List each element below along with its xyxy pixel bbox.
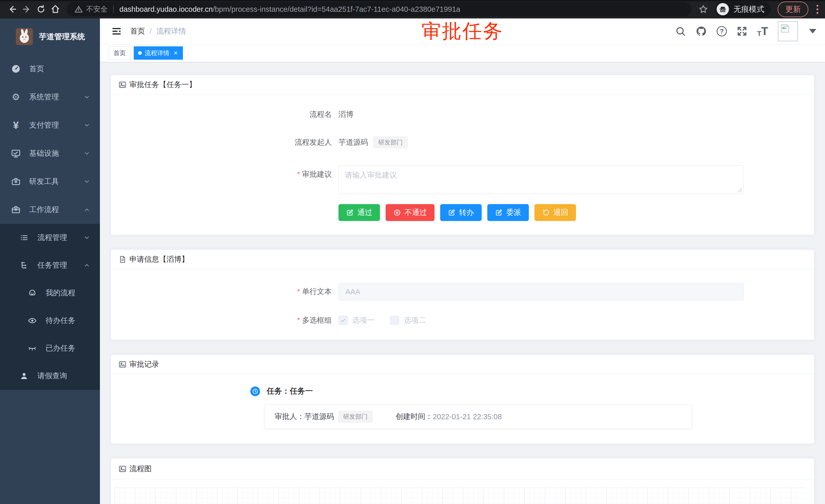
- font-size-button[interactable]: TT: [757, 26, 768, 37]
- sidebar-item-label: 待办任务: [46, 316, 75, 326]
- picture-icon: [118, 80, 127, 89]
- document-icon: [118, 255, 127, 264]
- tag-label: 流程详情: [145, 49, 169, 57]
- button-label: 退回: [553, 207, 568, 218]
- textarea-resize-grip[interactable]: [738, 188, 742, 192]
- yen-icon: ¥: [10, 120, 21, 131]
- chevron-up-icon: [83, 262, 90, 269]
- sidebar-item-label: 研发工具: [29, 176, 59, 187]
- created-label: 创建时间：: [395, 412, 433, 422]
- button-label: 委派: [506, 207, 521, 218]
- sidebar-item-todo-tasks[interactable]: 待办任务: [0, 307, 100, 334]
- sidebar-item-label: 任务管理: [38, 260, 67, 270]
- search-button[interactable]: [675, 26, 686, 36]
- github-button[interactable]: [696, 26, 707, 37]
- star-icon: [698, 4, 708, 14]
- sidebar-item-my-process[interactable]: 我的流程: [0, 279, 100, 307]
- security-label: 不安全: [86, 4, 107, 14]
- card-title: 审批记录: [129, 359, 159, 369]
- sidebar-item-leave-query[interactable]: 请假查询: [0, 362, 100, 390]
- home-icon: [51, 4, 60, 14]
- picture-icon: [118, 465, 127, 473]
- url-host: dashboard.yudao.iocoder.cn: [120, 5, 213, 13]
- breadcrumb-home[interactable]: 首页: [130, 26, 145, 36]
- browser-back-button[interactable]: [5, 2, 19, 16]
- forward-arrow-icon: [22, 4, 31, 14]
- tree-icon: [18, 260, 30, 270]
- transfer-button[interactable]: 转办: [440, 204, 482, 221]
- reload-icon: [36, 4, 46, 14]
- bpmn-diagram-canvas[interactable]: [115, 488, 805, 504]
- checkbox-option-two: 选项二: [390, 315, 426, 326]
- chevron-down-icon: [83, 178, 90, 185]
- browser-forward-button[interactable]: [19, 2, 34, 16]
- task-title: 任务：任务一: [267, 386, 313, 397]
- sidebar: 芋道管理系统 首页 ⚙ 系统管理 ¥ 支付管理 基础设施: [0, 18, 100, 504]
- card-header: 流程图: [111, 458, 814, 480]
- user-avatar[interactable]: [778, 21, 798, 41]
- breadcrumb-current: 流程详情: [156, 26, 186, 36]
- suggestion-label-wrap: *审批建议: [111, 165, 339, 179]
- url-text: dashboard.yudao.iocoder.cn/bpm/process-i…: [120, 5, 460, 14]
- help-button[interactable]: ?: [717, 26, 727, 36]
- checkbox-label: 选项一: [352, 315, 375, 326]
- checkbox-group-label: 多选框组: [302, 316, 332, 324]
- approval-suggestion-textarea[interactable]: [339, 165, 744, 194]
- delegate-button[interactable]: 委派: [487, 204, 529, 221]
- avatar-caret-icon[interactable]: [809, 29, 816, 33]
- hamburger-indent-icon: [111, 26, 122, 36]
- initiator-value: 芋道源码: [339, 137, 368, 148]
- application-info-card: 申请信息【滔博】 *单行文本 AAA *多选框组: [111, 249, 814, 340]
- single-line-text-label-wrap: *单行文本: [111, 286, 339, 297]
- browser-home-button[interactable]: [48, 2, 63, 16]
- sidebar-item-payment[interactable]: ¥ 支付管理: [0, 111, 100, 139]
- required-mark: *: [297, 287, 300, 296]
- app-title: 芋道管理系统: [39, 31, 85, 42]
- checkbox-group: 选项一 选项二: [339, 315, 426, 326]
- sidebar-item-dev-tools[interactable]: 研发工具: [0, 167, 100, 196]
- address-bar[interactable]: 不安全 dashboard.yudao.iocoder.cn/bpm/proce…: [67, 2, 691, 16]
- card-header: 审批记录: [111, 355, 814, 374]
- clock-icon: [250, 387, 260, 396]
- gear-icon: ⚙: [10, 92, 21, 102]
- edit-icon: [495, 209, 503, 217]
- browser-reload-button[interactable]: [34, 2, 48, 16]
- font-size-small-glyph: T: [757, 30, 761, 37]
- bookmark-star-button[interactable]: [698, 4, 708, 14]
- browser-menu-button[interactable]: [815, 4, 820, 15]
- browser-update-button[interactable]: 更新: [777, 2, 808, 17]
- sidebar-item-system[interactable]: ⚙ 系统管理: [0, 83, 100, 111]
- sidebar-item-home[interactable]: 首页: [0, 55, 100, 83]
- sidebar-item-process-management[interactable]: 流程管理: [0, 224, 100, 251]
- sidebar-item-label: 已办任务: [46, 343, 75, 353]
- security-chip[interactable]: 不安全: [74, 4, 107, 14]
- tag-close-icon[interactable]: [173, 50, 178, 56]
- edit-icon: [346, 209, 354, 217]
- tag-process-detail[interactable]: 流程详情: [134, 47, 183, 60]
- process-name-row: 流程名 滔博: [111, 109, 814, 119]
- sidebar-collapse-button[interactable]: [108, 23, 125, 39]
- sidebar-item-done-tasks[interactable]: 已办任务: [0, 334, 100, 362]
- list-icon: [18, 233, 30, 243]
- undo-icon: [542, 209, 550, 217]
- sidebar-item-workflow[interactable]: 工作流程: [0, 196, 100, 224]
- tag-home[interactable]: 首页: [108, 47, 131, 60]
- warning-triangle-icon: [74, 5, 83, 14]
- active-tag-dot: [138, 51, 142, 55]
- broken-image-icon: [779, 23, 791, 34]
- fullscreen-button[interactable]: [737, 26, 747, 36]
- sidebar-item-label: 我的流程: [46, 288, 75, 298]
- checkbox-checked-icon: [339, 316, 348, 325]
- workflow-submenu: 流程管理 任务管理 我的流程 待办任务: [0, 224, 100, 390]
- reject-button[interactable]: 不通过: [386, 204, 435, 221]
- approve-button[interactable]: 通过: [339, 204, 380, 221]
- sidebar-item-task-management[interactable]: 任务管理: [0, 251, 100, 279]
- incognito-glyph-icon: [719, 5, 727, 14]
- tags-view-bar: 首页 流程详情: [100, 44, 825, 62]
- return-button[interactable]: 退回: [534, 204, 576, 221]
- process-name-value: 滔博: [339, 109, 353, 119]
- checkbox-label: 选项二: [404, 315, 426, 326]
- sidebar-item-infrastructure[interactable]: 基础设施: [0, 139, 100, 167]
- card-header: 审批任务【任务一】: [111, 75, 814, 94]
- checkbox-group-label-wrap: *多选框组: [111, 315, 339, 326]
